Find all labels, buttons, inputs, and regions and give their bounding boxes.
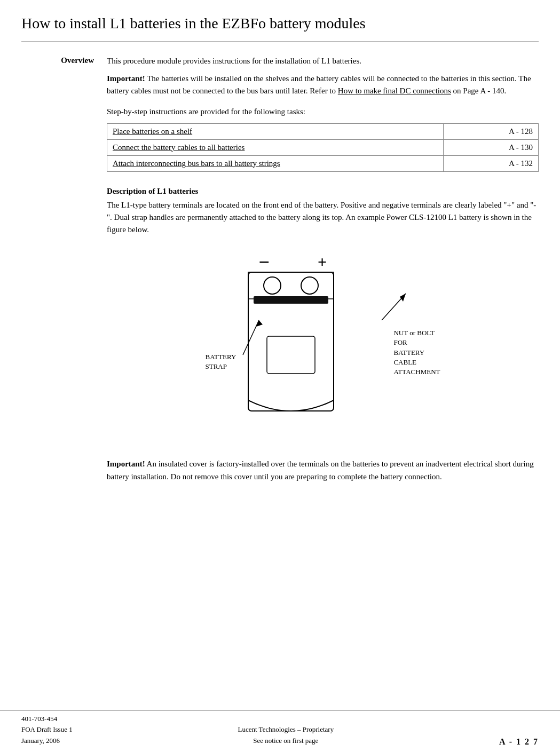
description-text: The L1-type battery terminals are locate… bbox=[107, 199, 539, 236]
important-label: Important! bbox=[107, 74, 145, 83]
footer-date: January, 2006 bbox=[21, 735, 73, 747]
svg-rect-1 bbox=[248, 272, 334, 299]
footer-issue: FOA Draft Issue 1 bbox=[21, 724, 73, 735]
footer-center-line2: See notice on first page bbox=[238, 735, 334, 747]
important-bottom: Important! An insulated cover is factory… bbox=[107, 458, 539, 483]
svg-rect-0 bbox=[248, 272, 334, 411]
task-table: Place batteries on a shelfA - 128Connect… bbox=[107, 123, 539, 172]
task-label[interactable]: Attach interconnecting bus bars to all b… bbox=[107, 155, 444, 171]
svg-point-2 bbox=[264, 277, 281, 294]
step-intro: Step-by-step instructions are provided f… bbox=[107, 106, 539, 118]
task-label[interactable]: Connect the battery cables to all batter… bbox=[107, 139, 444, 155]
overview-paragraph1: This procedure module provides instructi… bbox=[107, 55, 539, 67]
overview-label: Overview bbox=[61, 56, 94, 65]
page-title: How to install L1 batteries in the EZBFo… bbox=[0, 0, 560, 42]
task-page: A - 132 bbox=[444, 155, 539, 171]
svg-marker-9 bbox=[400, 294, 406, 302]
battery-illustration bbox=[238, 267, 344, 422]
content-area: Overview This procedure module provides … bbox=[0, 42, 560, 710]
right-column: This procedure module provides instructi… bbox=[107, 55, 539, 710]
task-page: A - 130 bbox=[444, 139, 539, 155]
left-column: Overview bbox=[21, 55, 107, 710]
description-heading: Description of L1 batteries bbox=[107, 187, 539, 196]
important-block: Important! The batteries will be install… bbox=[107, 73, 539, 98]
battery-strap-label: BATTERY STRAP bbox=[206, 352, 236, 371]
task-label[interactable]: Place batteries on a shelf bbox=[107, 123, 444, 139]
page-footer: 401-703-454 FOA Draft Issue 1 January, 2… bbox=[0, 710, 560, 752]
table-row: Attach interconnecting bus bars to all b… bbox=[107, 155, 539, 171]
task-page: A - 128 bbox=[444, 123, 539, 139]
dc-connections-link[interactable]: How to make final DC connections bbox=[338, 86, 451, 95]
svg-line-8 bbox=[382, 294, 406, 320]
table-row: Connect the battery cables to all batter… bbox=[107, 139, 539, 155]
important-bottom-label: Important! bbox=[107, 460, 145, 468]
page-wrapper: How to install L1 batteries in the EZBFo… bbox=[0, 0, 560, 752]
important-bottom-text: An insulated cover is factory-installed … bbox=[107, 460, 534, 480]
footer-page-ref: A - 1 2 7 bbox=[499, 737, 539, 747]
table-row: Place batteries on a shelfA - 128 bbox=[107, 123, 539, 139]
svg-rect-4 bbox=[254, 296, 328, 304]
footer-center-line1: Lucent Technologies – Proprietary bbox=[238, 724, 334, 735]
svg-point-3 bbox=[301, 277, 318, 294]
footer-center: Lucent Technologies – Proprietary See no… bbox=[238, 724, 334, 747]
footer-left: 401-703-454 FOA Draft Issue 1 January, 2… bbox=[21, 714, 73, 747]
nut-bolt-label: NUT or BOLT FOR BATTERY CABLE ATTACHMENT bbox=[393, 328, 440, 377]
svg-rect-5 bbox=[267, 336, 315, 374]
link-suffix: on Page A - 140. bbox=[451, 86, 506, 95]
battery-diagram: − + bbox=[107, 246, 539, 448]
footer-doc-number: 401-703-454 bbox=[21, 714, 73, 725]
diagram-inner: − + bbox=[206, 246, 440, 438]
